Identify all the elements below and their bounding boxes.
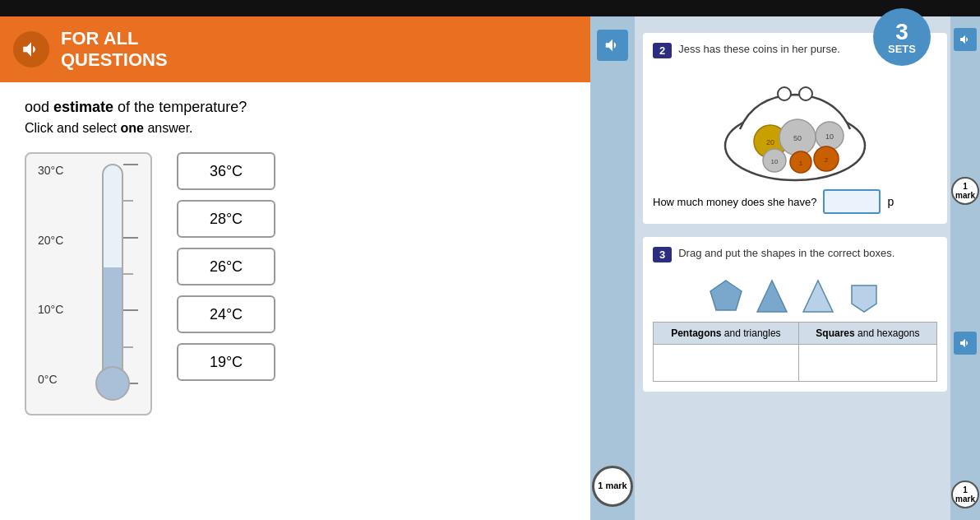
question-instruction: Click and select one answer. [25,121,610,136]
banner-text: FOR ALL QUESTIONS [61,28,168,72]
svg-text:10: 10 [771,158,779,165]
q2-text: Jess has these coins in her purse. [678,43,840,55]
shape-triangle-filled[interactable] [753,277,791,315]
orange-banner: FOR ALL QUESTIONS [0,16,635,82]
mark-label-left: 1 mark [598,481,626,491]
q2-suffix: p [887,195,894,208]
main-area: FOR ALL QUESTIONS ood estimate of the te… [0,16,980,520]
thermo-ticks [123,164,138,384]
sets-label: SETS [888,44,916,54]
svg-text:1: 1 [799,160,803,167]
col-header-1: Pentagons and triangles [654,323,799,345]
thermo-label-0: 0°C [38,373,63,386]
q2-answer-row: How much money does she have? p [653,189,937,214]
sets-badge: 3 SETS [873,8,931,66]
svg-marker-18 [852,286,876,312]
thermo-labels: 30°C 20°C 10°C 0°C [38,164,63,386]
q-content: 30°C 20°C 10°C 0°C [25,152,610,416]
question-area: ood estimate of the temperature? Click a… [0,82,635,520]
q3-header: 3 Drag and put the shapes in the correct… [653,247,937,269]
banner-line2: QUESTIONS [61,49,168,70]
thermo-bulb [95,366,130,401]
tick-major [123,237,138,239]
svg-text:2: 2 [825,156,829,164]
speaker-button-left[interactable] [597,30,628,61]
right-panel: 3 SETS 1 mark 1 mark 2 Jess has these co… [635,16,980,520]
tick-major [123,309,138,311]
thermo-label-10: 10°C [38,303,63,316]
shape-pentagon[interactable] [707,277,745,315]
svg-point-2 [799,87,812,100]
drop-cell-2[interactable] [798,345,936,382]
shapes-row [653,277,937,315]
left-panel: FOR ALL QUESTIONS ood estimate of the te… [0,16,635,520]
speaker-button-q3[interactable] [954,332,977,355]
q2-number-badge: 2 [653,43,672,58]
answer-28[interactable]: 28°C [177,200,275,238]
tick-minor [123,200,133,202]
thermo-fill [104,267,122,383]
thermometer: 30°C 20°C 10°C 0°C [25,152,152,416]
q2-answer-input[interactable] [823,189,881,214]
answer-24[interactable]: 24°C [177,295,275,333]
tick-minor [123,346,133,348]
speaker-button-q2[interactable] [954,28,977,51]
q3-text: Drag and put the shapes in the correct b… [678,247,894,259]
tick-minor [123,273,133,275]
shape-arrow[interactable] [845,277,883,315]
purse-svg: 20 50 10 10 1 2 [709,72,881,183]
drop-table: Pentagons and triangles Squares and hexa… [653,322,937,382]
svg-marker-16 [757,281,787,312]
svg-text:10: 10 [825,132,834,141]
svg-text:20: 20 [766,138,774,146]
drop-cell-1[interactable] [654,345,799,382]
svg-text:50: 50 [793,134,802,142]
answer-options: 36°C 28°C 26°C 24°C 19°C [177,152,275,381]
q3-number-badge: 3 [653,247,672,262]
drop-row [654,345,937,382]
right-side-strip: 1 mark 1 mark [950,16,980,520]
left-side-strip: 1 mark [590,16,635,520]
banner-line1: FOR ALL [61,28,139,49]
answer-26[interactable]: 26°C [177,248,275,286]
q2-input-question: How much money does she have? [653,196,816,208]
tick-major [123,164,138,165]
speaker-icon-banner[interactable] [13,31,49,67]
mark-circle-q2: 1 mark [951,177,979,205]
question-text: ood estimate of the temperature? [25,99,610,116]
mark-circle-left: 1 mark [592,466,633,507]
col-header-2: Squares and hexagons [798,323,936,345]
svg-point-1 [778,87,791,100]
purse-area: 20 50 10 10 1 2 [653,72,937,183]
q3-block: 3 Drag and put the shapes in the correct… [643,237,947,392]
svg-marker-17 [803,281,833,312]
svg-marker-15 [710,281,742,310]
thermo-label-30: 30°C [38,164,63,177]
top-bar [0,0,980,16]
thermo-label-20: 20°C [38,234,63,247]
sets-number: 3 [895,21,908,44]
thermo-tube [102,164,123,384]
mark-circle-q3: 1 mark [951,481,979,508]
answer-36[interactable]: 36°C [177,152,275,190]
answer-19[interactable]: 19°C [177,343,275,381]
shape-triangle-outline[interactable] [799,277,837,315]
